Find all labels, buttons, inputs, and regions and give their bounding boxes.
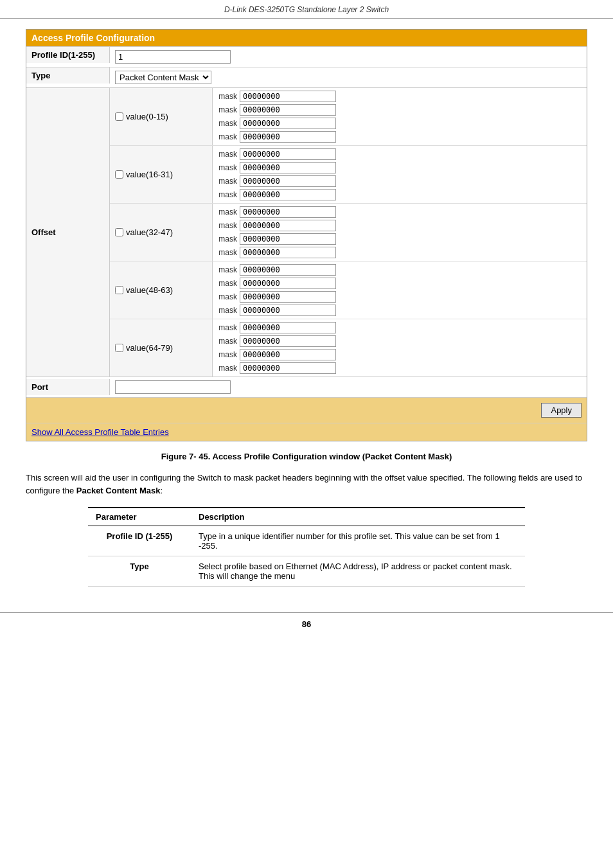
offset-group-4: value(64-79) mask mask mask — [110, 319, 587, 376]
profile-id-value-cell — [110, 47, 587, 67]
mask-row-1-0: mask — [218, 148, 582, 160]
offset-checkbox-3[interactable] — [115, 286, 123, 294]
mask-input-4-2[interactable] — [240, 349, 336, 360]
mask-row-4-2: mask — [218, 349, 582, 360]
mask-input-1-2[interactable] — [240, 175, 336, 187]
mask-input-0-1[interactable] — [240, 104, 336, 116]
type-label: Type — [26, 67, 110, 84]
desc-profile-id: Type in a unique identifier number for t… — [191, 526, 525, 556]
type-select-wrap: Packet Content Mask Ethernet IP — [115, 71, 211, 84]
mask-input-0-3[interactable] — [240, 131, 336, 143]
offset-group-2: value(32-47) mask mask mask — [110, 204, 587, 261]
mask-row-0-1: mask — [218, 104, 582, 116]
mask-label-1-1: mask — [218, 163, 237, 172]
port-row: Port — [26, 376, 587, 397]
mask-input-1-1[interactable] — [240, 162, 336, 173]
offset-checkbox-cell-3: value(48-63) — [110, 261, 213, 319]
offset-group-0-label: value(0-15) — [126, 112, 168, 121]
mask-label-0-1: mask — [218, 105, 237, 114]
desc-bold: Packet Content Mask — [76, 486, 161, 495]
offset-group-3-label: value(48-63) — [126, 285, 173, 295]
table-row: Type Select profile based on Ethernet (M… — [88, 556, 525, 587]
figure-caption: Figure 7- 45. Access Profile Configurati… — [26, 452, 587, 461]
port-input[interactable] — [115, 380, 231, 394]
offset-group-0: value(0-15) mask mask mask — [110, 88, 587, 146]
mask-row-3-0: mask — [218, 264, 582, 276]
mask-input-0-2[interactable] — [240, 118, 336, 129]
mask-input-4-0[interactable] — [240, 322, 336, 333]
mask-label-2-3: mask — [218, 248, 237, 257]
offset-checkbox-cell-1: value(16-31) — [110, 146, 213, 203]
show-link-row: Show All Access Profile Table Entries — [26, 423, 587, 441]
mask-label-1-0: mask — [218, 150, 237, 159]
mask-input-2-2[interactable] — [240, 233, 336, 245]
mask-row-4-0: mask — [218, 322, 582, 333]
mask-input-2-3[interactable] — [240, 247, 336, 258]
mask-input-4-3[interactable] — [240, 362, 336, 374]
mask-row-1-2: mask — [218, 175, 582, 187]
mask-label-3-1: mask — [218, 279, 237, 288]
apply-button[interactable]: Apply — [541, 403, 582, 418]
mask-input-3-0[interactable] — [240, 264, 336, 276]
mask-input-3-1[interactable] — [240, 278, 336, 289]
mask-label-2-1: mask — [218, 221, 237, 230]
mask-fields-2: mask mask mask mask — [213, 204, 587, 261]
profile-id-input[interactable] — [115, 50, 231, 64]
param-table-header-row: Parameter Description — [88, 508, 525, 526]
mask-input-1-0[interactable] — [240, 148, 336, 160]
type-select[interactable]: Packet Content Mask Ethernet IP — [115, 71, 211, 84]
mask-row-4-3: mask — [218, 362, 582, 374]
mask-label-0-0: mask — [218, 92, 237, 101]
offset-group-3: value(48-63) mask mask mask — [110, 261, 587, 319]
mask-row-3-2: mask — [218, 291, 582, 303]
mask-label-4-3: mask — [218, 364, 237, 373]
param-profile-id: Profile ID (1-255) — [88, 526, 191, 556]
table-row: Profile ID (1-255) Type in a unique iden… — [88, 526, 525, 556]
mask-label-0-2: mask — [218, 119, 237, 128]
profile-id-row: Profile ID(1-255) — [26, 46, 587, 67]
mask-input-3-3[interactable] — [240, 305, 336, 316]
offset-group-4-label: value(64-79) — [126, 343, 173, 353]
mask-row-2-2: mask — [218, 233, 582, 245]
mask-row-3-1: mask — [218, 278, 582, 289]
offset-checkbox-2[interactable] — [115, 228, 123, 236]
main-content: Access Profile Configuration Profile ID(… — [0, 29, 613, 599]
offset-group-2-label: value(32-47) — [126, 227, 173, 237]
page-number: 86 — [302, 619, 311, 629]
mask-label-1-2: mask — [218, 177, 237, 186]
mask-label-1-3: mask — [218, 190, 237, 199]
mask-row-1-1: mask — [218, 162, 582, 173]
show-all-link[interactable]: Show All Access Profile Table Entries — [31, 427, 169, 437]
page-header: D-Link DES-3250TG Standalone Layer 2 Swi… — [0, 0, 613, 19]
mask-label-2-2: mask — [218, 235, 237, 244]
mask-input-1-3[interactable] — [240, 189, 336, 200]
mask-label-4-2: mask — [218, 350, 237, 359]
param-table: Parameter Description Profile ID (1-255)… — [88, 507, 525, 587]
type-value-cell: Packet Content Mask Ethernet IP — [110, 67, 587, 87]
port-value-cell — [110, 377, 587, 397]
offset-groups: value(0-15) mask mask mask — [110, 88, 587, 376]
mask-input-0-0[interactable] — [240, 91, 336, 102]
mask-input-2-1[interactable] — [240, 220, 336, 231]
mask-input-3-2[interactable] — [240, 291, 336, 303]
mask-label-0-3: mask — [218, 132, 237, 141]
offset-checkbox-0[interactable] — [115, 112, 123, 121]
desc-type: Select profile based on Ethernet (MAC Ad… — [191, 556, 525, 587]
offset-row: Offset value(0-15) mask mas — [26, 87, 587, 376]
mask-fields-1: mask mask mask mask — [213, 146, 587, 203]
port-label: Port — [26, 379, 110, 395]
offset-checkbox-cell-0: value(0-15) — [110, 88, 213, 145]
mask-label-3-3: mask — [218, 306, 237, 315]
mask-input-2-0[interactable] — [240, 206, 336, 218]
offset-checkbox-1[interactable] — [115, 170, 123, 179]
mask-input-4-1[interactable] — [240, 335, 336, 347]
mask-row-4-1: mask — [218, 335, 582, 347]
apc-panel-title: Access Profile Configuration — [26, 30, 587, 46]
header-title: D-Link DES-3250TG Standalone Layer 2 Swi… — [224, 5, 389, 14]
offset-group-1-label: value(16-31) — [126, 170, 173, 179]
mask-row-0-0: mask — [218, 91, 582, 102]
param-type: Type — [88, 556, 191, 587]
offset-checkbox-4[interactable] — [115, 344, 123, 352]
mask-label-4-1: mask — [218, 337, 237, 346]
profile-id-label: Profile ID(1-255) — [26, 47, 110, 63]
